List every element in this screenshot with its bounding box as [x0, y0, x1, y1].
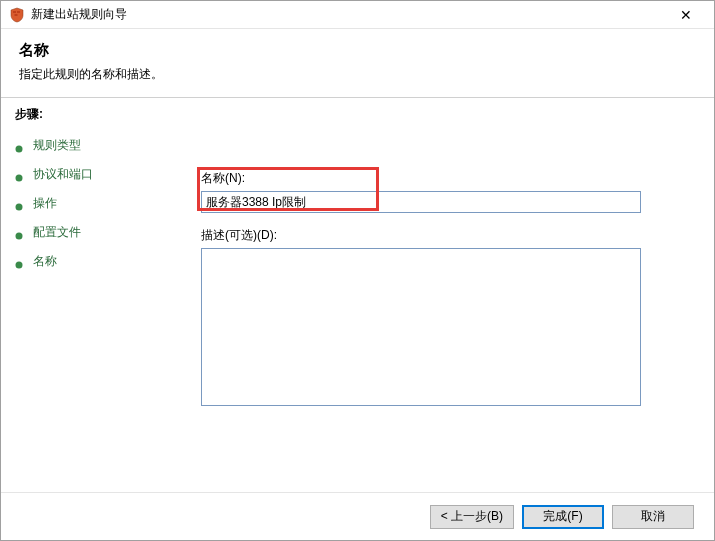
svg-point-7 [16, 261, 23, 268]
step-label: 规则类型 [33, 137, 81, 154]
close-button[interactable]: ✕ [666, 2, 706, 28]
footer: < 上一步(B) 完成(F) 取消 [1, 492, 714, 540]
desc-label: 描述(可选)(D): [201, 227, 674, 244]
name-input[interactable] [201, 191, 641, 213]
step-label: 名称 [33, 253, 57, 270]
sidebar: 步骤: 规则类型 协议和端口 操作 [1, 98, 201, 492]
step-label: 操作 [33, 195, 57, 212]
header: 名称 指定此规则的名称和描述。 [1, 29, 714, 97]
bullet-icon [15, 229, 23, 237]
wizard-window: 新建出站规则向导 ✕ 名称 指定此规则的名称和描述。 步骤: 规则类型 协议和端… [0, 0, 715, 541]
svg-rect-2 [15, 14, 18, 16]
svg-rect-1 [17, 11, 20, 13]
content: 步骤: 规则类型 协议和端口 操作 [1, 98, 714, 492]
svg-point-3 [16, 145, 23, 152]
step-action[interactable]: 操作 [15, 189, 187, 218]
bullet-icon [15, 142, 23, 150]
step-label: 协议和端口 [33, 166, 93, 183]
name-label: 名称(N): [201, 170, 674, 187]
bullet-icon [15, 200, 23, 208]
bullet-icon [15, 258, 23, 266]
page-title: 名称 [19, 41, 696, 60]
step-name[interactable]: 名称 [15, 247, 187, 276]
step-profile[interactable]: 配置文件 [15, 218, 187, 247]
name-field-group: 名称(N): [201, 170, 674, 213]
firewall-icon [9, 7, 25, 23]
step-label: 配置文件 [33, 224, 81, 241]
main-panel: 名称(N): 描述(可选)(D): [201, 98, 714, 492]
svg-point-5 [16, 203, 23, 210]
svg-rect-0 [13, 11, 16, 13]
bullet-icon [15, 171, 23, 179]
step-protocol-port[interactable]: 协议和端口 [15, 160, 187, 189]
titlebar: 新建出站规则向导 ✕ [1, 1, 714, 29]
desc-field-group: 描述(可选)(D): [201, 227, 674, 409]
svg-point-6 [16, 232, 23, 239]
desc-textarea[interactable] [201, 248, 641, 406]
back-button[interactable]: < 上一步(B) [430, 505, 514, 529]
window-title: 新建出站规则向导 [31, 6, 666, 23]
svg-point-4 [16, 174, 23, 181]
close-icon: ✕ [680, 7, 692, 23]
page-subtitle: 指定此规则的名称和描述。 [19, 66, 696, 83]
finish-button[interactable]: 完成(F) [522, 505, 604, 529]
steps-heading: 步骤: [15, 106, 187, 123]
step-rule-type[interactable]: 规则类型 [15, 131, 187, 160]
cancel-button[interactable]: 取消 [612, 505, 694, 529]
